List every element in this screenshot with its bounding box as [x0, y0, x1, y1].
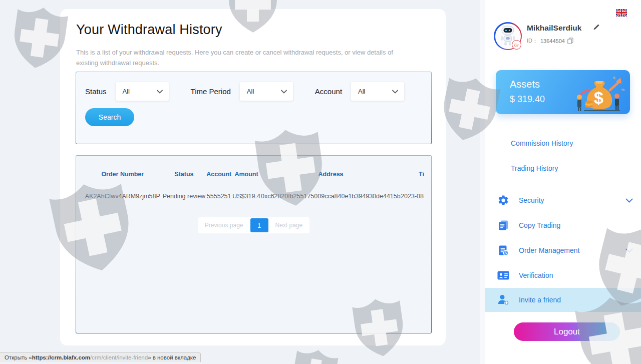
gear-icon [497, 194, 510, 206]
account-filter-value: All [358, 88, 365, 95]
status-bar-suffix: » в новой вкладке [148, 354, 196, 360]
status-bar-path: /crm/client/invite-friend [90, 354, 148, 360]
commission-history-link[interactable]: Commission History [511, 139, 573, 147]
uk-flag-language-icon[interactable] [616, 9, 627, 17]
edit-name-pencil-icon[interactable] [593, 24, 600, 31]
current-page-button[interactable]: 1 [250, 218, 268, 232]
chevron-down-icon [157, 90, 163, 94]
copy-id-icon[interactable] [567, 38, 573, 44]
assets-card[interactable]: Assets $ 319.40 $ % $ [496, 70, 630, 114]
account-filter-select[interactable]: All [351, 82, 404, 101]
trading-history-link[interactable]: Trading History [511, 164, 558, 172]
sidebar: Ur MikhailSerdiuk ID： 13644504 Assets $ … [485, 0, 641, 364]
time-period-filter-label: Time Period [191, 87, 231, 96]
next-page-button[interactable]: Next page [275, 222, 303, 229]
sidebar-item-label: Security [519, 196, 544, 204]
withdrawal-table-panel: Order Number Status Account Amount Addre… [76, 155, 432, 333]
table-row: AK2AhCIwv4ARM9zjm58P Pending review 5555… [83, 185, 424, 207]
svg-text:$: $ [594, 88, 603, 107]
chevron-down-icon [625, 248, 633, 253]
chevron-down-icon [281, 90, 287, 94]
search-button[interactable]: Search [85, 108, 134, 126]
cell-time: 2023-08-2 [401, 193, 424, 200]
time-period-filter-value: All [247, 88, 254, 95]
status-filter-select[interactable]: All [116, 82, 169, 101]
time-period-filter-select[interactable]: All [240, 82, 293, 101]
scroll-gap [480, 0, 485, 364]
add-person-icon [497, 294, 510, 306]
sidebar-item-invite-a-friend[interactable]: Invite a friend [485, 288, 641, 312]
cell-address: 0xc62820fb255175009cca840e1b394930de4415… [261, 193, 401, 200]
money-bag-illustration-icon: $ % $ [571, 73, 625, 112]
user-id-value: 13644504 [540, 38, 565, 44]
table-header-row: Order Number Status Account Amount Addre… [83, 156, 424, 185]
svg-text:%: % [621, 88, 624, 92]
browser-status-bar: Открыть «https://crm.blafx.com/crm/clien… [0, 352, 201, 362]
chevron-down-icon [392, 90, 398, 94]
cell-status: Pending review [162, 193, 206, 200]
user-name: MikhailSerdiuk [527, 24, 581, 33]
sidebar-item-order-management[interactable]: Order Management [485, 238, 641, 263]
page-subtitle: This is a list of your withdrawal reques… [76, 47, 409, 69]
documents-icon [497, 219, 510, 231]
column-header-amount: Amount [232, 171, 261, 178]
main-content-card: Your Withdrawal History This is a list o… [60, 9, 446, 345]
sidebar-item-copy-trading[interactable]: Copy Trading [485, 213, 641, 238]
logout-button[interactable]: Logout [514, 322, 620, 341]
page-title: Your Withdrawal History [76, 22, 222, 38]
column-header-time: Ti [401, 171, 424, 178]
sidebar-item-verification[interactable]: Verification [485, 263, 641, 288]
id-card-icon [497, 270, 510, 281]
pagination: Previous page 1 Next page [198, 217, 309, 233]
withdrawal-history-page: Your Withdrawal History This is a list o… [0, 0, 641, 364]
order-clock-icon [497, 244, 510, 256]
assets-amount: $ 319.40 [510, 94, 545, 105]
assets-label: Assets [510, 79, 540, 90]
avatar-badge: Ur [512, 40, 521, 50]
column-header-order-number: Order Number [83, 171, 162, 178]
status-bar-prefix: Открыть « [5, 354, 32, 360]
cell-account: 5555251 [206, 193, 232, 200]
user-id-label: ID： [527, 37, 538, 45]
chevron-down-icon [625, 198, 633, 203]
sidebar-item-label: Order Management [519, 246, 579, 254]
status-bar-origin: https://crm.blafx.com [32, 354, 90, 360]
column-header-account: Account [206, 171, 232, 178]
cell-order-number: AK2AhCIwv4ARM9zjm58P [83, 193, 162, 200]
cell-amount: US$319.4 [232, 193, 261, 200]
filter-panel: Status All Time Period All Account All [76, 72, 432, 144]
sidebar-item-label: Invite a friend [519, 296, 561, 304]
account-filter-label: Account [315, 87, 342, 96]
previous-page-button[interactable]: Previous page [205, 222, 243, 229]
status-filter-label: Status [85, 87, 107, 96]
column-header-address: Address [261, 171, 401, 178]
sidebar-item-label: Copy Trading [519, 221, 560, 229]
sidebar-item-label: Verification [519, 271, 553, 279]
column-header-status: Status [162, 171, 206, 178]
svg-text:$: $ [613, 76, 615, 80]
status-filter-value: All [123, 88, 130, 95]
sidebar-item-security[interactable]: Security [485, 188, 641, 213]
